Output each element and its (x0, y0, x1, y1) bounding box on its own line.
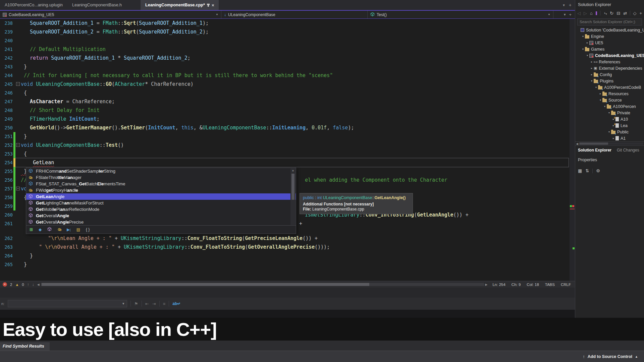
forward-icon[interactable]: ▷ (584, 11, 587, 16)
list-icon[interactable]: ≡ (163, 301, 166, 306)
line-number[interactable]: 246 (0, 88, 13, 97)
tree-item[interactable]: ▾Source (575, 97, 644, 103)
scroll-right-icon[interactable]: ▶ (485, 283, 488, 286)
line-number[interactable]: 252 (0, 141, 13, 149)
line-number[interactable]: 242 (0, 54, 13, 62)
line-number[interactable]: 264 (0, 251, 13, 260)
collapse-arrow-icon[interactable]: ▾ (585, 54, 589, 57)
line-number[interactable]: 247 (0, 97, 13, 106)
tab-header-file[interactable]: LeaningComponentBase.h (67, 0, 126, 10)
line-number[interactable]: 261 (0, 219, 13, 228)
line-number[interactable]: 253 (0, 149, 13, 158)
tab-git-changes[interactable]: Git Changes (617, 148, 639, 154)
completion-item[interactable]: GetMobilePlanarReflectionMode (26, 206, 296, 213)
collapse-arrow-icon[interactable]: ▾ (607, 111, 611, 114)
refresh-icon[interactable]: ↻ (610, 11, 613, 16)
project-dropdown[interactable]: CodeBasedLeaning_UE5 ▼ (0, 11, 221, 18)
nav-down-icon[interactable]: ↓ (32, 282, 34, 287)
line-number[interactable]: 255 (0, 167, 13, 176)
new-tab-icon[interactable]: + (569, 2, 572, 8)
expand-arrow-icon[interactable]: ▸ (590, 73, 594, 76)
find-symbol-results-tab[interactable]: Find Symbol Results (0, 342, 50, 351)
line-number[interactable]: 262 (0, 234, 13, 243)
type-dropdown[interactable]: ↓ ULeaningComponentBase (221, 11, 368, 18)
tree-item[interactable]: ▾Private (575, 110, 644, 116)
tree-horizontal-scrollbar[interactable]: ◀ (575, 141, 644, 145)
completion-item[interactable]: ⚙⚙FWidgetProxyHandle (26, 187, 296, 193)
completion-item[interactable]: FStat_STAT_Canvas_GetBatchElementsTime (26, 181, 296, 187)
collapse-arrow-icon[interactable]: ▾ (594, 86, 598, 89)
line-number[interactable]: 245 (0, 80, 13, 88)
snippet-filter-icon[interactable]: ▶| (67, 227, 71, 232)
scroll-left-icon[interactable]: ◀ (37, 283, 40, 286)
warning-icon[interactable]: ▲ (15, 283, 19, 287)
completion-item[interactable]: ⚙⚙FSlateThrottleManager (26, 174, 296, 181)
completion-item[interactable]: GetOverallAngle (26, 213, 296, 219)
line-number[interactable]: 243 (0, 62, 13, 71)
tree-item[interactable]: ▾A100PercentCodeB (575, 84, 644, 90)
tree-item[interactable]: ▸Resources (575, 90, 644, 97)
collapse-arrow-icon[interactable]: ▾ (590, 79, 594, 82)
scrollbar-thumb[interactable] (579, 142, 608, 145)
line-number[interactable]: 257 (0, 184, 13, 193)
tree-item[interactable]: ▸Config (575, 71, 644, 78)
field-filter-icon[interactable]: ▤ (76, 227, 80, 232)
method-filter-icon[interactable] (47, 227, 52, 232)
preview-icon[interactable]: ◇ (633, 11, 636, 16)
line-number[interactable]: 244 (0, 71, 13, 80)
collapse-arrow-icon[interactable]: ▾ (581, 35, 585, 38)
scrollbar-track[interactable] (579, 142, 643, 145)
switch-views-icon[interactable] (596, 11, 597, 15)
collapse-icon[interactable]: – (16, 143, 20, 147)
add-icon[interactable]: + (639, 11, 642, 16)
template-filter-icon[interactable]: ⚙⚙ (57, 227, 61, 232)
popup-scrollbar[interactable]: ▲ (290, 168, 296, 225)
expand-arrow-icon[interactable]: ▸ (611, 137, 615, 140)
tree-item[interactable]: ▸Lea (575, 122, 644, 129)
completion-item[interactable]: GetLeanAngle (26, 193, 296, 200)
line-number[interactable]: 250 (0, 123, 13, 132)
collapse-arrow-icon[interactable]: ▾ (603, 105, 607, 108)
tab-uplugin[interactable]: A100PercentCo...aning.uplugin (0, 0, 67, 10)
line-number[interactable]: 239 (0, 27, 13, 36)
tabs-indicator[interactable]: TABS (545, 283, 555, 287)
line-number[interactable]: 256 (0, 176, 13, 184)
tree-item[interactable]: ▸▣External Dependencies (575, 65, 644, 71)
tree-item[interactable]: ▸o–oReferences (575, 59, 644, 65)
line-number[interactable]: 249 (0, 115, 13, 123)
completion-item[interactable]: FRHICommandSetShaderSamplerString (26, 168, 296, 174)
tree-item[interactable]: Solution 'CodeBasedLeaning_UE5' (2 (575, 27, 644, 33)
sort-icon[interactable]: ⇅ (585, 168, 589, 173)
home-icon[interactable]: ⌂ (590, 11, 593, 16)
prev-bookmark-icon[interactable]: ⇤ (145, 301, 149, 306)
scroll-left-icon[interactable]: ◀ (576, 142, 578, 145)
completion-item[interactable]: GetOverallAnglePrecise (26, 219, 296, 225)
expand-arrow-icon[interactable]: ▸ (598, 92, 602, 95)
class-filter-icon[interactable]: ◆ (39, 227, 42, 232)
tab-cpp-file[interactable]: LeaningComponentBase.cpp* × (141, 0, 219, 10)
back-icon[interactable]: ◁ (577, 11, 581, 16)
categorized-icon[interactable]: ▦ (578, 168, 582, 173)
collapse-arrow-icon[interactable]: ▾ (581, 48, 585, 51)
split-add-icon[interactable]: + (569, 12, 572, 17)
expand-arrow-icon[interactable]: ▸ (585, 41, 589, 44)
chevron-down-icon[interactable]: ▾ (564, 12, 566, 17)
line-number[interactable]: 241 (0, 45, 13, 54)
horizontal-scrollbar[interactable]: ◀ ▶ (37, 283, 488, 286)
collapse-all-icon[interactable]: ⊟ (616, 11, 620, 16)
line-number[interactable]: 254 (0, 158, 13, 167)
tree-item[interactable]: ▸A10 (575, 116, 644, 122)
code-editor[interactable]: 238 SquareROOT_Addition_1 = FMath::Sqrt(… (0, 19, 575, 281)
expand-arrow-icon[interactable]: ▸ (590, 60, 594, 63)
line-number[interactable]: 258 (0, 193, 13, 202)
scrollbar-track[interactable] (41, 283, 484, 286)
sync-icon[interactable]: ⇄ (623, 11, 627, 16)
tree-item[interactable]: ▾Public (575, 129, 644, 135)
next-bookmark-icon[interactable]: ⇥ (152, 301, 156, 306)
line-number[interactable]: 238 (0, 19, 13, 27)
tab-solution-explorer[interactable]: Solution Explorer (578, 148, 611, 154)
collapse-arrow-icon[interactable]: ▾ (598, 99, 602, 102)
collapse-icon[interactable]: – (16, 187, 20, 190)
tree-item[interactable]: ▾CodeBasedLeaning_UE5 (575, 52, 644, 59)
scrollbar-thumb[interactable] (42, 283, 369, 286)
